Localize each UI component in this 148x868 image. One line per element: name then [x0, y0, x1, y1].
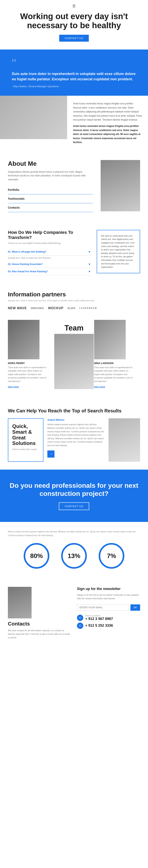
about-description: Suspendisse ultrices gravida dictum fusc…	[8, 170, 93, 182]
email-input[interactable]	[77, 604, 129, 611]
solutions-title: We Can Help You Reach the Top of Search …	[8, 408, 140, 414]
stat-value-1: 80%	[30, 552, 43, 560]
quote-text: Duis aute irure dolor in reprehenderit i…	[12, 71, 136, 82]
quote-section: " Duis aute irure dolor in reprehenderit…	[0, 50, 148, 96]
hero-title: Working out every day isn't necessary to…	[8, 12, 140, 30]
about-portfolio[interactable]: Portfolio	[8, 185, 93, 194]
team-member-1: NORA PERRY "Duis aute irure dolor in rep…	[8, 316, 54, 392]
cta-section: Do you need professionals for your next …	[0, 470, 148, 522]
person-text-1: Amet luctus venenatis lectus magna fring…	[73, 102, 142, 122]
phone-label-1: Phone (Landline)	[85, 615, 113, 617]
stats-section: Article evident arrived express highest …	[0, 522, 148, 579]
person-text-block: Amet luctus venenatis lectus magna fring…	[67, 96, 148, 150]
team-member-2-link[interactable]: learn more	[94, 385, 105, 388]
contacts-title: Contacts	[8, 621, 71, 627]
faq-arrow-2: ▼	[88, 262, 91, 266]
newsletter-text: Happy to be the first to tell our latest…	[77, 593, 140, 600]
about-section: About Me Suspendisse ultrices gravida di…	[0, 150, 148, 222]
partner-logo-2: ORGANIC	[31, 307, 44, 310]
help-left: How Do We Help Companies To Transform? C…	[8, 230, 91, 275]
faq-item-3[interactable]: 03. Plan Ahead For Home Painting? ▼	[8, 268, 91, 275]
about-testimonials[interactable]: Testimonials	[8, 194, 93, 203]
stat-circle-2: 13%	[61, 543, 87, 569]
partners-subtitle: Sample text. Click to select the text bo…	[8, 299, 140, 302]
solutions-right: Award Winner Article evident arrived exp…	[47, 418, 105, 462]
faq-item-1[interactable]: 01. What is off-page link building? ▼	[8, 248, 91, 255]
help-right-box: We want to understand who your clients a…	[97, 230, 140, 273]
faq-arrow-3: ▼	[88, 270, 91, 273]
cta-contact-button[interactable]: CONTACT US	[59, 502, 89, 510]
about-title: About Me	[8, 160, 93, 167]
newsletter-title: Sign up for the newsletter	[77, 587, 140, 591]
partners-section: Information partners Sample text. Click …	[0, 283, 148, 400]
solutions-box-subtitle: Click to select then resize	[12, 448, 39, 451]
phone-number-1: + 912 3 567 8987	[85, 617, 113, 621]
faq-label-1: 01. What is off-page link building?	[8, 250, 47, 253]
solutions-section: We Can Help You Reach the Top of Search …	[0, 400, 148, 470]
stat-value-3: 7%	[107, 552, 116, 560]
team-title: Team	[54, 324, 94, 332]
person-section: Amet luctus venenatis lectus magna fring…	[0, 96, 148, 150]
phone-item-1: ✆ Phone (Landline) + 912 3 567 8987	[77, 615, 140, 621]
team-member-1-quote: "Duis aute irure dolor in reprehenderit …	[8, 366, 48, 383]
faq-item-2[interactable]: 02. House Painting Essentials? ▼	[8, 261, 91, 268]
award-title: Award Winner	[47, 418, 105, 421]
person-image	[0, 96, 67, 139]
quote-author: - May Hawkes, General Manager Operations…	[12, 85, 136, 88]
phone-icon-1: ✆	[77, 615, 83, 621]
stat-item-2: 13%	[58, 543, 90, 571]
team-member-2-quote: "Duis aute irure dolor in reprehenderit …	[94, 366, 134, 383]
help-subtitle: Check out our new Digital Transformation…	[8, 242, 91, 244]
solutions-grid: Quick, Smart & Great Solutions Click to …	[8, 418, 140, 462]
stats-row: 80% 13% 7%	[8, 543, 140, 571]
team-row: NORA PERRY "Duis aute irure dolor in rep…	[8, 316, 140, 392]
team-member-1-image	[8, 320, 39, 359]
partner-logo-3: Mockup	[48, 306, 63, 310]
stat-item-3: 7%	[96, 543, 127, 571]
phone-icon-2: ✆	[77, 623, 83, 629]
faq-answer-1: Sample text. Click to select the Text El…	[8, 255, 91, 261]
contacts-left: Contacts We have contact for all informa…	[8, 587, 71, 642]
team-member-2-name: NINA LARSSON	[94, 362, 134, 365]
team-member-1-link[interactable]: learn more	[8, 385, 19, 388]
person-text-2: Amet luctus venenatis lectus magna fring…	[73, 124, 142, 144]
phone-details-1: Phone (Landline) + 912 3 567 8987	[85, 615, 113, 621]
stats-text: Article evident arrived express highest …	[8, 530, 140, 537]
faq-arrow-1: ▼	[88, 250, 91, 253]
partner-logo-5: LASERBEAM	[79, 307, 97, 309]
partners-logos: NEW WAVE ORGANIC Mockup aldo LASERBEAM	[8, 306, 140, 310]
contacts-section: Contacts We have contact for all informa…	[0, 579, 148, 650]
quote-mark: "	[12, 57, 136, 69]
menu-icon[interactable]: ☰	[72, 4, 76, 8]
arrow-button[interactable]: →	[47, 451, 55, 458]
team-member-2: NINA LARSSON "Duis aute irure dolor in r…	[94, 316, 140, 392]
stat-value-2: 13%	[68, 552, 80, 560]
solutions-box: Quick, Smart & Great Solutions Click to …	[8, 418, 43, 462]
stat-item-1: 80%	[21, 543, 52, 571]
hero-section: ☰ Working out every day isn't necessary …	[0, 0, 148, 50]
about-contacts[interactable]: Contacts	[8, 203, 93, 212]
solutions-box-title: Quick, Smart & Great Solutions	[12, 424, 39, 446]
contacts-person-image	[8, 587, 32, 618]
stat-circle-3: 7%	[99, 543, 124, 569]
email-submit-button[interactable]: OK	[130, 604, 140, 611]
award-text: Article evident arrived express highest …	[47, 423, 105, 447]
team-center: Team	[54, 316, 94, 392]
about-left: About Me Suspendisse ultrices gravida di…	[8, 160, 93, 212]
about-right	[101, 160, 140, 212]
faq-label-3: 03. Plan Ahead For Home Painting?	[8, 270, 48, 273]
partner-logo-4: aldo	[67, 307, 76, 310]
help-title: How Do We Help Companies To Transform?	[8, 230, 91, 240]
contacts-left-text: We have contact for all information requ…	[8, 629, 71, 639]
phone-item-2: ✆ + 912 5 252 3336	[77, 623, 140, 629]
cta-title: Do you need professionals for your next …	[8, 482, 140, 498]
hero-contact-button[interactable]: CONTACT US	[59, 35, 89, 42]
team-member-2-image	[94, 320, 126, 359]
partners-title: Information partners	[8, 291, 140, 298]
stat-circle-1: 80%	[24, 543, 49, 569]
team-member-1-name: NORA PERRY	[8, 362, 48, 365]
faq-label-2: 02. House Painting Essentials?	[8, 263, 43, 266]
solutions-person-image	[109, 418, 140, 462]
help-right: We want to understand who your clients a…	[97, 230, 140, 275]
about-person-image	[101, 160, 140, 211]
